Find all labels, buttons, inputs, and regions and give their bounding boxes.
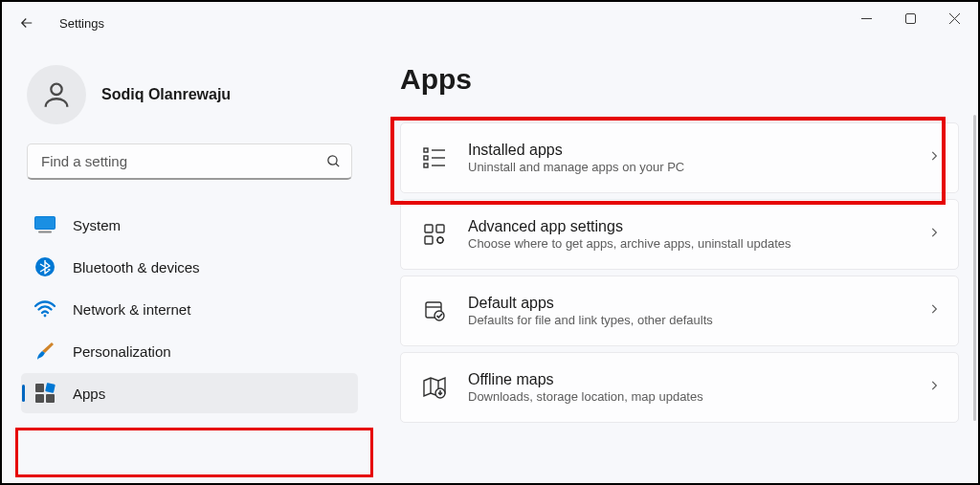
- map-icon: [422, 375, 447, 400]
- chevron-right-icon: [927, 226, 941, 243]
- search-box[interactable]: [27, 143, 352, 180]
- sidebar-item-apps[interactable]: Apps: [21, 373, 358, 413]
- page-title: Apps: [400, 63, 959, 96]
- profile-section[interactable]: Sodiq Olanrewaju: [21, 61, 358, 143]
- window-title: Settings: [59, 16, 104, 31]
- svg-rect-18: [425, 225, 433, 232]
- svg-rect-10: [35, 394, 44, 403]
- close-button[interactable]: [932, 2, 976, 34]
- titlebar: Settings: [0, 0, 980, 46]
- card-default-apps[interactable]: Default apps Defaults for file and link …: [400, 276, 959, 346]
- card-subtitle: Downloads, storage location, map updates: [468, 389, 906, 404]
- person-icon: [40, 78, 73, 111]
- main-content: Apps Installed apps Uninstall and manage…: [369, 46, 980, 485]
- search-icon: [325, 153, 342, 169]
- wifi-icon: [34, 298, 56, 320]
- paintbrush-icon: [34, 341, 56, 362]
- maximize-icon: [905, 13, 916, 24]
- settings-cards: Installed apps Uninstall and manage apps…: [400, 122, 959, 423]
- card-title: Installed apps: [468, 142, 906, 159]
- svg-rect-14: [424, 164, 428, 167]
- sidebar-item-system[interactable]: System: [21, 205, 358, 245]
- svg-rect-5: [38, 231, 52, 233]
- svg-rect-20: [425, 236, 433, 244]
- default-apps-icon: [422, 298, 447, 323]
- scrollbar[interactable]: [973, 115, 976, 421]
- card-subtitle: Choose where to get apps, archive apps, …: [468, 236, 906, 251]
- card-installed-apps[interactable]: Installed apps Uninstall and manage apps…: [400, 122, 959, 193]
- avatar: [27, 65, 86, 124]
- card-subtitle: Defaults for file and link types, other …: [468, 313, 906, 327]
- svg-point-1: [51, 84, 61, 95]
- svg-rect-9: [45, 383, 56, 393]
- sidebar-item-network[interactable]: Network & internet: [21, 289, 358, 329]
- profile-name: Sodiq Olanrewaju: [101, 86, 231, 103]
- maximize-button[interactable]: [888, 2, 932, 34]
- sidebar-item-bluetooth[interactable]: Bluetooth & devices: [21, 247, 358, 287]
- nav-list: System Bluetooth & devices Network & int…: [21, 205, 358, 413]
- chevron-right-icon: [927, 379, 941, 396]
- sidebar-item-label: Network & internet: [73, 301, 190, 318]
- sidebar-item-label: Bluetooth & devices: [73, 259, 200, 276]
- card-title: Default apps: [468, 295, 906, 312]
- app-settings-icon: [422, 222, 447, 247]
- chevron-right-icon: [927, 149, 941, 166]
- apps-icon: [34, 383, 56, 404]
- back-button[interactable]: [8, 4, 46, 42]
- svg-rect-13: [424, 156, 428, 160]
- svg-point-7: [44, 315, 47, 318]
- card-title: Offline maps: [468, 371, 906, 388]
- svg-rect-11: [46, 394, 55, 403]
- list-icon: [422, 145, 447, 170]
- card-title: Advanced app settings: [468, 218, 906, 235]
- bluetooth-icon: [34, 256, 56, 277]
- sidebar-item-label: System: [73, 217, 121, 233]
- close-icon: [949, 13, 960, 24]
- card-subtitle: Uninstall and manage apps on your PC: [468, 160, 906, 174]
- svg-point-2: [328, 156, 337, 165]
- arrow-left-icon: [18, 14, 35, 32]
- sidebar: Sodiq Olanrewaju System Bluetooth & devi…: [6, 46, 369, 485]
- minimize-button[interactable]: [844, 2, 888, 34]
- card-offline-maps[interactable]: Offline maps Downloads, storage location…: [400, 352, 959, 423]
- card-advanced-app-settings[interactable]: Advanced app settings Choose where to ge…: [400, 199, 959, 270]
- sidebar-item-personalization[interactable]: Personalization: [21, 331, 358, 371]
- svg-rect-4: [35, 217, 55, 229]
- minimize-icon: [861, 13, 872, 24]
- svg-rect-8: [35, 384, 44, 392]
- svg-rect-19: [436, 225, 444, 232]
- sidebar-item-label: Personalization: [73, 343, 171, 360]
- svg-rect-0: [905, 13, 915, 23]
- search-input[interactable]: [41, 153, 325, 169]
- svg-rect-12: [424, 148, 428, 152]
- system-icon: [34, 214, 56, 235]
- sidebar-item-label: Apps: [73, 386, 105, 402]
- chevron-right-icon: [927, 302, 941, 320]
